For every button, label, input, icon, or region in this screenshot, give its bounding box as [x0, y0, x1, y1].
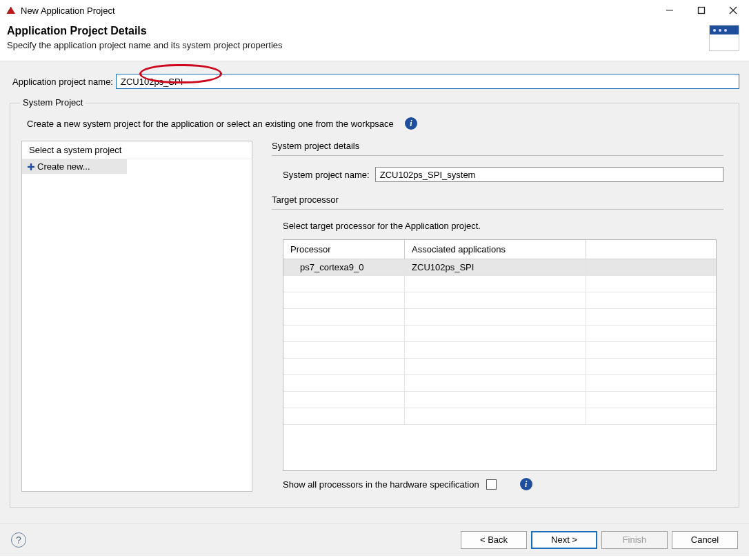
group-description: Create a new system project for the appl…: [27, 119, 394, 129]
project-name-row: Application project name:: [10, 74, 739, 89]
next-button[interactable]: Next >: [531, 531, 597, 549]
table-row[interactable]: [283, 392, 716, 408]
page-subtitle: Specify the application project name and…: [7, 40, 709, 50]
system-project-list: Select a system project Create new...: [21, 141, 252, 492]
table-row[interactable]: [283, 276, 716, 292]
page-header: Application Project Details Specify the …: [0, 21, 749, 61]
table-row[interactable]: [283, 408, 716, 425]
create-new-item[interactable]: Create new...: [22, 159, 127, 174]
table-row[interactable]: [283, 359, 716, 375]
minimize-button[interactable]: [654, 0, 686, 21]
show-all-label: Show all processors in the hardware spec…: [283, 479, 479, 490]
cell-extra: [586, 259, 716, 276]
target-processor-title: Target processor: [272, 194, 723, 209]
table-col-processor[interactable]: Processor: [283, 240, 405, 259]
cell-apps: ZCU102ps_SPI: [405, 259, 586, 276]
table-row[interactable]: [283, 342, 716, 359]
info-icon[interactable]: i: [520, 478, 532, 490]
title-bar: New Application Project: [0, 0, 749, 21]
app-icon: [6, 5, 17, 16]
show-all-checkbox[interactable]: [486, 479, 497, 490]
help-button[interactable]: ?: [11, 532, 26, 548]
system-project-group: System Project Create a new system proje…: [10, 103, 739, 508]
plus-icon: [26, 162, 36, 172]
table-col-apps[interactable]: Associated applications: [405, 240, 586, 259]
table-row[interactable]: [283, 292, 716, 309]
details-section-title: System project details: [272, 141, 723, 155]
project-name-input[interactable]: [116, 74, 739, 89]
system-project-details: System project details System project na…: [272, 141, 723, 492]
svg-rect-1: [699, 8, 705, 14]
wizard-banner-icon: [709, 25, 739, 51]
cell-processor: ps7_cortexa9_0: [283, 259, 405, 276]
system-project-list-heading: Select a system project: [22, 141, 252, 159]
table-row[interactable]: [283, 309, 716, 326]
table-row[interactable]: [283, 375, 716, 392]
group-legend: System Project: [20, 97, 86, 108]
wizard-footer: ? < Back Next > Finish Cancel: [0, 523, 749, 556]
table-row[interactable]: ps7_cortexa9_0 ZCU102ps_SPI: [283, 259, 716, 276]
project-name-label: Application project name:: [12, 77, 113, 87]
system-project-name-input[interactable]: [375, 167, 723, 182]
show-all-row: Show all processors in the hardware spec…: [272, 471, 723, 492]
page-title: Application Project Details: [7, 25, 709, 37]
table-row[interactable]: [283, 326, 716, 342]
create-new-label: Create new...: [37, 161, 90, 172]
maximize-button[interactable]: [686, 0, 717, 21]
table-col-extra[interactable]: [586, 240, 716, 259]
back-button[interactable]: < Back: [461, 531, 527, 549]
cancel-button[interactable]: Cancel: [672, 531, 738, 549]
window-title: New Application Project: [21, 6, 654, 16]
target-processor-instruction: Select target processor for the Applicat…: [272, 221, 723, 231]
system-project-name-row: System project name:: [272, 167, 723, 182]
system-project-name-label: System project name:: [283, 170, 370, 180]
close-button[interactable]: [717, 0, 749, 21]
content-area: Application project name: System Project…: [0, 61, 749, 523]
processor-table[interactable]: Processor Associated applications ps7_co…: [283, 239, 717, 471]
finish-button: Finish: [601, 531, 668, 549]
info-icon[interactable]: i: [405, 117, 417, 130]
